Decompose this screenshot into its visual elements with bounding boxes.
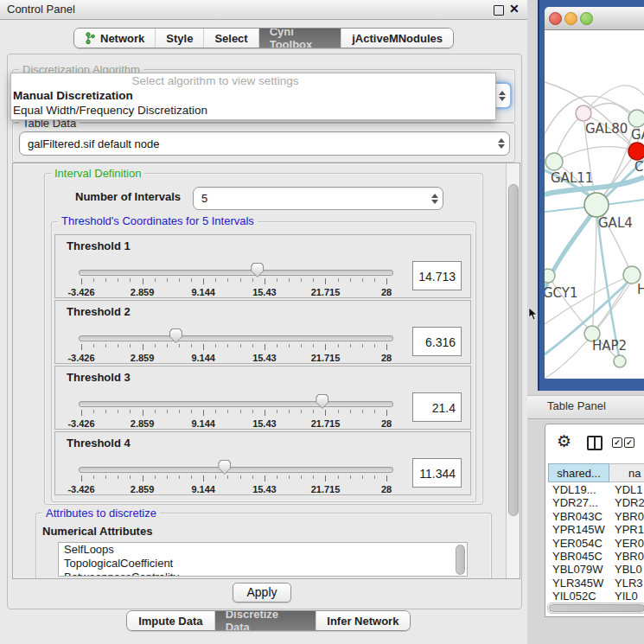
mouse-cursor-icon [528,308,538,321]
table-cell[interactable]: YIL0 [615,590,638,601]
node-h[interactable] [623,266,641,284]
threshold-slider[interactable]: -3.4262.8599.14415.4321.71528 [79,463,392,494]
float-window-icon[interactable] [494,5,504,16]
tab-select[interactable]: Select [203,29,258,48]
number-of-intervals-combobox[interactable]: 5 [193,187,443,210]
hscrollbar-track[interactable] [547,603,644,614]
numerical-attributes-label: Numerical Attributes [42,525,152,538]
threshold-value-field[interactable]: 21.4 [412,392,462,422]
axis-tick-label: 21.715 [311,353,341,363]
hscrollbar-thumb[interactable] [549,604,644,612]
slider-track [79,467,393,473]
axis-tick-label: 2.859 [131,353,155,363]
node-label: C [634,159,643,175]
axis-tick-label: -3.426 [67,353,94,363]
threshold-value-field[interactable]: 11.344 [412,458,462,488]
gear-icon[interactable]: ⚙ [557,433,571,450]
number-of-intervals-value: 5 [194,192,427,205]
node-label: GAL11 [551,170,593,186]
algorithm-dropdown-popup: Select algorithm to view settings Manual… [10,73,496,120]
node-label: HAP2 [592,338,627,354]
axis-tick-label: 21.715 [311,418,341,429]
column-header-shared[interactable]: shared... [548,463,609,482]
table-cell[interactable]: YDR27... [552,496,598,509]
minimize-traffic-light-icon[interactable] [564,12,577,25]
table-cell[interactable]: YDR2 [615,496,644,509]
axis-tick-label: 28 [381,484,392,494]
table-cell[interactable]: YPR1 [615,523,644,536]
tab-style[interactable]: Style [155,29,203,48]
threshold-label: Threshold 2 [67,305,131,318]
network-canvas[interactable]: GAL80 GA C GAL11 GAL4 GCY1 H HAP2 [545,30,644,379]
tab-network[interactable]: Network [74,29,155,48]
table-data-combobox[interactable]: galFiltered.sif default node [19,131,510,156]
table-cell[interactable]: YER0 [615,537,644,550]
list-item[interactable]: TopologicalCoefficient [59,557,467,571]
table-cell[interactable]: YBR0 [615,510,644,523]
table-cell[interactable]: YBL079W [552,563,603,576]
node-gcy1[interactable] [545,269,555,283]
control-panel-titlebar: Control Panel ✕ [0,0,527,20]
tab-label: jActiveMNodules [352,32,443,45]
node-table: ⚙ ✓ ✓ shared... na YDL19...YDL1 YDR27...… [545,424,644,617]
table-cell[interactable]: YDL1 [615,483,643,496]
checkbox-icon[interactable]: ✓ [612,437,622,448]
numerical-attributes-list[interactable]: SelfLoops TopologicalCoefficient Between… [58,542,468,577]
node-gal80[interactable] [576,105,591,121]
node-gal4[interactable] [584,193,609,217]
threshold-value-field[interactable]: 14.713 [412,261,462,290]
tab-cyni-toolbox[interactable]: Cyni Toolbox [258,29,341,48]
threshold-panel-4: Threshold 4 -3.4262.8599.14415.4321.7152… [54,431,471,495]
axis-tick-label: 9.144 [191,353,215,363]
table-cell[interactable]: YER054C [552,537,603,550]
table-cell[interactable]: YBR0 [615,550,644,563]
axis-tick-label: 15.43 [252,287,277,297]
tab-discretize-data[interactable]: Discretize Data [214,611,316,630]
tab-impute-data[interactable]: Impute Data [127,611,214,630]
tab-infer-network[interactable]: Infer Network [316,611,410,630]
dropdown-option-manual[interactable]: Manual Discretization [11,88,495,103]
table-cell[interactable]: YBR045C [552,550,603,563]
table-cell[interactable]: YDL19... [552,483,596,496]
node-partial[interactable] [614,355,626,367]
axis-tick-label: 2.859 [131,287,155,297]
node-label: GCY1 [545,285,578,301]
threshold-slider[interactable]: -3.4262.8599.14415.4321.71528 [79,398,392,429]
threshold-slider[interactable]: -3.4262.8599.14415.4321.71528 [79,266,392,297]
tab-label: Select [214,32,247,45]
column-header-name[interactable]: na [609,463,644,482]
node-gal11[interactable] [545,153,563,170]
list-item[interactable]: SelfLoops [59,543,467,557]
scrollbar-thumb[interactable] [508,184,519,516]
table-rows: YDL19...YDL1 YDR27...YDR2 YBR043CYBR0 YP… [545,483,644,601]
close-traffic-light-icon[interactable] [549,12,562,25]
zoom-traffic-light-icon[interactable] [580,12,593,25]
table-cell[interactable]: YLR3 [615,577,643,590]
table-cell[interactable]: YLR345W [552,577,603,590]
network-window-titlebar[interactable] [545,7,644,30]
table-cell[interactable]: YBL0 [615,563,642,576]
control-panel-tabbar: Network Style Select Cyni Toolbox jActiv… [73,28,454,48]
node-label: GA [631,127,644,143]
scrollbar-track[interactable] [506,163,520,578]
table-panel-title: Table Panel [547,399,606,412]
threshold-slider[interactable]: -3.4262.8599.14415.4321.71528 [79,332,392,363]
table-cell[interactable]: YIL052C [552,590,596,601]
axis-tick-label: -3.426 [67,287,94,297]
apply-button[interactable]: Apply [233,583,291,603]
dropdown-option-equal-width[interactable]: Equal Width/Frequency Discretization [11,103,495,118]
cyni-bottom-tabbar: Impute Data Discretize Data Infer Networ… [126,610,411,631]
table-cell[interactable]: YBR043C [552,510,603,523]
axis-tick-label: 28 [381,418,392,429]
node-ga[interactable] [628,110,644,127]
threshold-value-field[interactable]: 6.316 [412,327,462,356]
slider-track [79,401,393,407]
table-cell[interactable]: YPR145W [552,523,605,536]
list-item[interactable]: BetweennessCentrality [59,571,467,577]
node-red[interactable] [628,143,644,160]
list-scrollbar[interactable] [456,545,465,575]
split-columns-icon[interactable] [587,436,603,450]
checkbox-icon[interactable]: ✓ [624,437,634,448]
tab-jactivemnodules[interactable]: jActiveMNodules [341,29,453,48]
close-icon[interactable]: ✕ [509,2,520,16]
